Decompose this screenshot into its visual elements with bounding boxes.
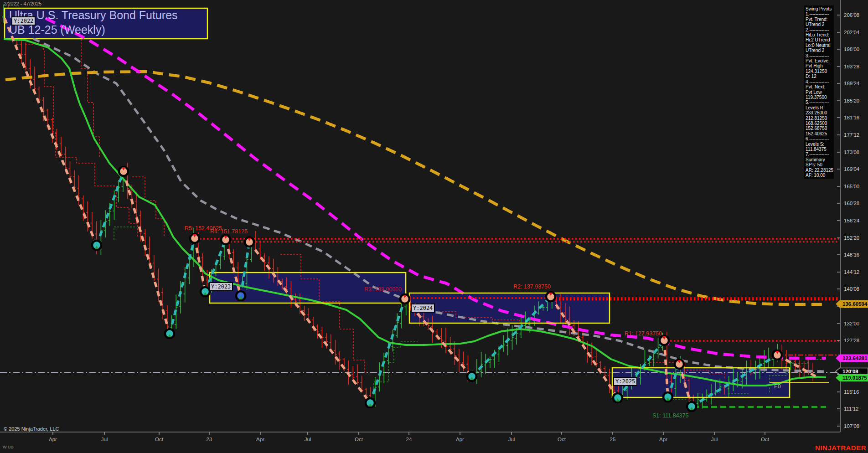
price-tick-label: 165'00 [844,184,859,189]
ma-gold-marker[interactable]: 136.60594 [836,300,868,308]
swing-panel-line: Pvt. Trend: [806,17,834,22]
swing-pivot-low[interactable] [92,241,101,250]
swing-pivot-low[interactable] [613,393,622,402]
time-tick-label: 23 [207,437,212,442]
level-label[interactable]: R3: 138.00000 [364,286,402,293]
swing-pivot-low[interactable] [467,372,476,381]
swing-panel-line: SP's: 50 [806,162,834,167]
time-tick-label: Oct [355,437,363,442]
swing-panel-line: Hi:2 UTrend [806,37,834,42]
price-tick-label: 144'12 [844,269,859,275]
price-tick-label: 127'28 [844,338,859,343]
price-tick-label: 189'24 [844,81,860,86]
year-label[interactable]: Y:2023 [209,282,233,291]
swing-panel-line: D: 12 [806,74,834,79]
price-tick-label: 152'20 [844,235,859,241]
time-tick-label: Oct [558,437,566,442]
price-tick-label: 202'04 [844,30,860,35]
swing-panel-line: 212.81250 [806,116,834,121]
swing-panel-line: 7.------------- [806,152,834,157]
last-price-marker[interactable]: 119.01875 [836,374,868,381]
swing-panel-line: Pvt Low [806,90,834,95]
swing-panel-line: 233.25000 [806,110,834,115]
swing-panel-line: 4.------------- [806,79,834,84]
swing-panel-line: UTrend 2 [806,22,834,27]
swing-panel-line: 152.40625 [806,131,834,136]
time-tick-label: Jul [101,437,108,442]
swing-panel-line: 168.62500 [806,121,834,126]
level-label[interactable]: R4: 151.78125 [210,228,248,235]
price-tick-label: 193'28 [844,64,859,69]
year-label[interactable]: Y:2024 [411,304,435,313]
swing-pivot-high[interactable] [400,294,409,304]
level-label[interactable]: S1: 111.84375 [652,412,688,419]
chart-window: 206'08202'04198'00193'28189'24185'20181'… [0,0,868,453]
time-tick-label: Apr [456,437,464,442]
swing-panel-line: 1.------------- [806,11,834,16]
swing-pivot-high[interactable] [660,336,669,345]
swing-panel-line: Pvt. Evolve: [806,58,834,63]
swing-panel-line: Levels R: [806,105,834,110]
swing-panel-line: 111.84375 [806,147,834,152]
swing-pivot-low[interactable] [687,402,696,411]
price-tick-label: 140'08 [844,286,859,292]
swing-pivot-high[interactable] [675,360,684,369]
svg-text:136.60594: 136.60594 [842,301,868,307]
price-tick-label: 177'12 [844,132,859,138]
price-tick-label: 173'08 [844,149,859,155]
swing-pivot-low[interactable] [201,287,210,296]
swing-panel-line: UTrend 2 [806,48,834,53]
price-tick-label: 132'00 [844,321,859,326]
level-label[interactable]: F0 [774,383,781,390]
instrument-code: W UB [3,445,14,449]
svg-text:119.01875: 119.01875 [842,375,867,381]
time-tick-label: Jul [711,437,718,442]
time-tick-label: Apr [49,437,57,442]
swing-pivot-low[interactable] [236,291,245,300]
date-range-label: 2/2022 - 47/2025 [4,1,41,6]
copyright-text: © 2025 NinjaTrader, LLC [4,426,59,432]
swing-panel-line: 6.------------- [806,136,834,141]
swing-panel-line: Swing Pivots [806,6,834,11]
swing-panel-line: AF: 10.00 [806,173,834,178]
time-tick-label: Oct [761,437,770,442]
swing-panel-line: 119.37500 [806,95,834,100]
swing-panel-line: Lo:0 Neutral [806,43,834,48]
time-tick-label: Apr [659,437,667,442]
time-tick-label: Jul [508,437,515,442]
price-tick-label: 107'08 [844,423,859,429]
svg-text:123.64281: 123.64281 [842,355,868,361]
swing-panel-line: HiLo Trend: [806,32,834,37]
swing-pivot-high[interactable] [773,350,782,360]
swing-pivot-high[interactable] [245,237,254,247]
swing-panel-line: 124.31250 [806,69,834,74]
ma-magenta-marker[interactable]: 123.64281 [836,355,868,362]
swing-pivot-low[interactable] [366,398,375,407]
level-label[interactable]: R1: 127.93750 [625,330,662,337]
year-label[interactable]: Y:2022 [11,16,36,26]
swing-panel-line: 2.------------- [806,27,834,32]
price-tick-label: 160'28 [844,201,859,206]
level-label[interactable]: R2: 137.93750 [513,283,551,290]
swing-pivot-high[interactable] [546,292,555,301]
year-label[interactable]: Y:2025 [613,377,637,386]
swing-panel-line: Pvt High [806,63,834,68]
price-chart-canvas[interactable]: 206'08202'04198'00193'28189'24185'20181'… [0,0,868,453]
swing-pivot-low[interactable] [663,392,672,402]
swing-pivot-high[interactable] [190,234,199,243]
price-tick-label: 156'24 [844,218,860,223]
swing-panel-line: AR: 22.28125 [806,168,834,173]
swing-pivot-low[interactable] [165,329,174,338]
price-tick-label: 198'00 [844,46,859,52]
swing-pivot-high[interactable] [119,167,128,176]
price-tick-label: 148'16 [844,252,859,257]
price-tick-label: 115'16 [844,389,859,395]
swing-panel-line: Levels S: [806,142,834,147]
time-tick-label: Apr [256,437,264,442]
swing-pivots-panel: Swing Pivots1.-------------Pvt. Trend:UT… [804,5,834,179]
time-tick-label: 25 [610,437,616,442]
time-tick-label: Oct [155,437,164,442]
level-marker[interactable]: 120'08 [836,368,868,375]
price-tick-label: 169'04 [844,166,860,172]
swing-pivot-high[interactable] [221,235,230,244]
